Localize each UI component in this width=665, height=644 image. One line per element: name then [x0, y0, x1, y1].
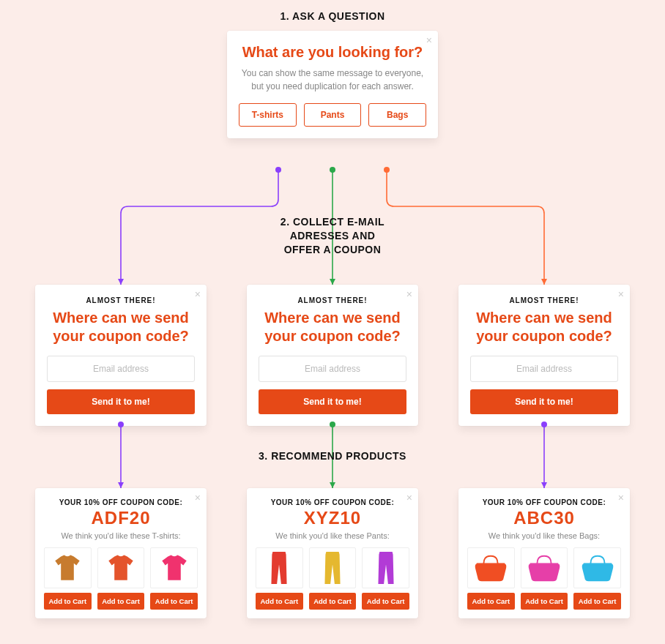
- email-card-tshirts: × ALMOST THERE! Where can we send your c…: [35, 285, 207, 426]
- send-button[interactable]: Send it to me!: [47, 389, 195, 414]
- question-options: T-shirts Pants Bags: [239, 103, 426, 127]
- close-icon[interactable]: ×: [406, 493, 412, 503]
- product-item: Add to Cart: [521, 547, 568, 610]
- add-to-cart-button[interactable]: Add to Cart: [150, 593, 198, 610]
- add-to-cart-button[interactable]: Add to Cart: [256, 593, 303, 610]
- svg-marker-5: [541, 482, 547, 488]
- product-image: [362, 547, 409, 588]
- close-icon[interactable]: ×: [195, 493, 201, 503]
- svg-rect-8: [583, 563, 611, 565]
- product-item: Add to Cart: [573, 547, 621, 610]
- product-image: [256, 547, 303, 588]
- product-subtitle: We think you'd like these Pants:: [256, 531, 409, 540]
- product-item: Add to Cart: [309, 547, 357, 610]
- step-2-line1: 2. COLLECT E-MAIL: [281, 216, 384, 228]
- step-2-line2: ADRESSES AND: [290, 230, 376, 242]
- connector-dot: [275, 167, 281, 173]
- product-subtitle: We think you'd like these Bags:: [467, 531, 621, 540]
- product-card: × YOUR 10% OFF COUPON CODE: ADF20 We thi…: [35, 488, 207, 618]
- add-to-cart-button[interactable]: Add to Cart: [521, 593, 568, 610]
- product-image: [97, 547, 145, 588]
- step-3-label: 3. RECOMMEND PRODUCTS: [0, 450, 665, 462]
- product-card: × YOUR 10% OFF COUPON CODE: ABC30 We thi…: [458, 488, 630, 618]
- coupon-eyebrow: YOUR 10% OFF COUPON CODE:: [44, 498, 198, 506]
- connector-dot: [118, 422, 124, 427]
- email-field[interactable]: [47, 356, 195, 382]
- step-2-line3: OFFER A COUPON: [284, 244, 382, 255]
- svg-marker-4: [330, 482, 335, 488]
- product-item: Add to Cart: [44, 547, 92, 610]
- product-image: [467, 547, 515, 588]
- svg-rect-7: [530, 563, 558, 565]
- option-pants[interactable]: Pants: [304, 103, 362, 127]
- coupon-code: ADF20: [44, 508, 198, 528]
- email-field[interactable]: [470, 356, 618, 382]
- add-to-cart-button[interactable]: Add to Cart: [97, 593, 145, 610]
- email-eyebrow: ALMOST THERE!: [47, 296, 195, 304]
- email-title: Where can we send your coupon code?: [470, 309, 618, 345]
- add-to-cart-button[interactable]: Add to Cart: [309, 593, 357, 610]
- product-item: Add to Cart: [362, 547, 409, 610]
- product-item: Add to Cart: [97, 547, 145, 610]
- question-title: What are you looking for?: [239, 44, 426, 61]
- product-image: [309, 547, 357, 588]
- svg-marker-2: [541, 279, 547, 285]
- connector-dot: [384, 167, 390, 173]
- connector-dot: [541, 422, 547, 427]
- email-card-pants: × ALMOST THERE! Where can we send your c…: [247, 285, 418, 426]
- add-to-cart-button[interactable]: Add to Cart: [44, 593, 92, 610]
- option-bags[interactable]: Bags: [368, 103, 426, 127]
- product-image: [44, 547, 92, 588]
- product-card: × YOUR 10% OFF COUPON CODE: XYZ10 We thi…: [247, 488, 418, 618]
- step-2-label: 2. COLLECT E-MAIL ADRESSES AND OFFER A C…: [0, 215, 665, 257]
- connector-dot: [330, 167, 335, 173]
- product-image: [150, 547, 198, 588]
- send-button[interactable]: Send it to me!: [259, 389, 406, 414]
- email-field[interactable]: [259, 356, 406, 382]
- product-item: Add to Cart: [256, 547, 303, 610]
- product-grid: Add to Cart Add to Cart Add to Cart: [467, 547, 621, 610]
- close-icon[interactable]: ×: [618, 289, 624, 299]
- close-icon[interactable]: ×: [618, 493, 624, 503]
- svg-marker-0: [118, 279, 124, 285]
- email-title: Where can we send your coupon code?: [47, 309, 195, 345]
- product-image: [521, 547, 568, 588]
- svg-rect-6: [477, 563, 505, 565]
- coupon-eyebrow: YOUR 10% OFF COUPON CODE:: [256, 498, 409, 506]
- coupon-code: XYZ10: [256, 508, 409, 528]
- product-grid: Add to Cart Add to Cart Add to Cart: [44, 547, 198, 610]
- close-icon[interactable]: ×: [195, 289, 201, 299]
- product-grid: Add to Cart Add to Cart Add to Cart: [256, 547, 409, 610]
- close-icon[interactable]: ×: [426, 35, 432, 45]
- svg-marker-1: [330, 279, 335, 285]
- add-to-cart-button[interactable]: Add to Cart: [467, 593, 515, 610]
- svg-marker-3: [118, 482, 124, 488]
- email-eyebrow: ALMOST THERE!: [470, 296, 618, 304]
- coupon-eyebrow: YOUR 10% OFF COUPON CODE:: [467, 498, 621, 506]
- option-tshirts[interactable]: T-shirts: [239, 103, 297, 127]
- product-image: [573, 547, 621, 588]
- close-icon[interactable]: ×: [406, 289, 412, 299]
- question-card: × What are you looking for? You can show…: [227, 31, 438, 138]
- email-eyebrow: ALMOST THERE!: [259, 296, 406, 304]
- question-subtitle: You can show the same message to everyon…: [239, 67, 426, 93]
- connector-dot: [330, 422, 335, 427]
- email-card-bags: × ALMOST THERE! Where can we send your c…: [458, 285, 630, 426]
- step-1-label: 1. ASK A QUESTION: [0, 10, 665, 22]
- coupon-code: ABC30: [467, 508, 621, 528]
- product-item: Add to Cart: [150, 547, 198, 610]
- add-to-cart-button[interactable]: Add to Cart: [573, 593, 621, 610]
- send-button[interactable]: Send it to me!: [470, 389, 618, 414]
- product-item: Add to Cart: [467, 547, 515, 610]
- diagram-stage: 1. ASK A QUESTION 2. COLLECT E-MAIL ADRE…: [0, 0, 665, 644]
- product-subtitle: We think you'd like these T-shirts:: [44, 531, 198, 540]
- add-to-cart-button[interactable]: Add to Cart: [362, 593, 409, 610]
- email-title: Where can we send your coupon code?: [259, 309, 406, 345]
